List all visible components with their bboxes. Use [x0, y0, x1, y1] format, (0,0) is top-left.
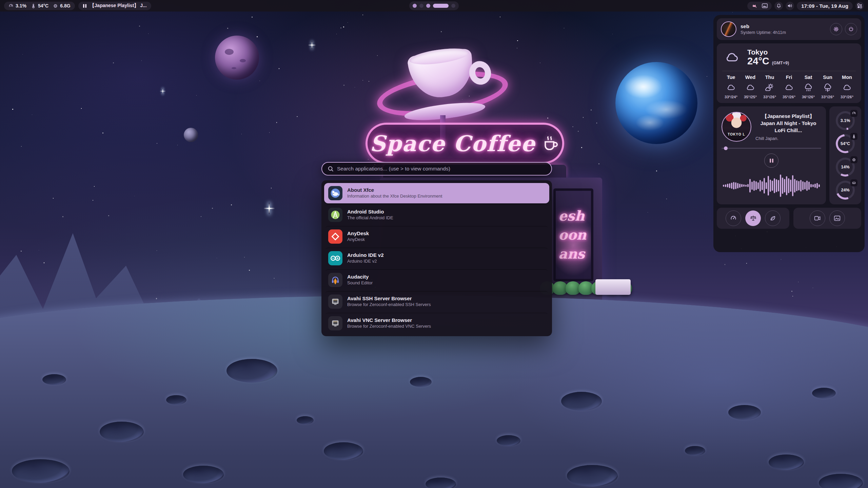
waveform-bar: [727, 184, 728, 187]
power-button[interactable]: [845, 23, 857, 35]
window-neon-text: ans: [558, 247, 591, 261]
storm-icon: [823, 82, 833, 93]
crater: [42, 374, 66, 385]
anydesk-app-icon: [328, 229, 342, 244]
forecast-day-thu: Thu33°/26°: [761, 75, 778, 99]
weather-timezone: (GMT+9): [772, 61, 789, 65]
app-desc: The official Android IDE: [347, 215, 393, 221]
dashboard-button[interactable]: [855, 2, 864, 10]
play-pause-button[interactable]: [764, 154, 778, 168]
crater: [812, 388, 836, 399]
notifications-button[interactable]: [774, 2, 783, 10]
now-playing-widget[interactable]: 【Japanese Playlist】 J...: [78, 2, 151, 10]
star: [666, 199, 667, 199]
star: [21, 251, 21, 251]
waveform-bar: [810, 184, 812, 187]
memory-stat: 6.8G: [53, 3, 70, 8]
cat-icon[interactable]: [751, 3, 757, 8]
app-list-item[interactable]: AudacitySound Editor: [324, 270, 549, 290]
workspace-dot-2[interactable]: [419, 4, 423, 8]
cloud-icon: [726, 82, 736, 93]
waveform-bar: [818, 184, 820, 187]
crater: [567, 465, 618, 487]
gear-icon: [833, 26, 839, 32]
workspace-dot-3[interactable]: [426, 4, 430, 8]
seek-bar[interactable]: [722, 146, 821, 150]
waveform-bar: [723, 185, 724, 187]
waveform-bar: [772, 181, 773, 191]
screen-record-button[interactable]: [810, 210, 825, 226]
forecast-day-fri: Fri35°/26°: [780, 75, 798, 99]
waveform-bar: [780, 175, 781, 197]
waveform-bar: [798, 181, 800, 190]
forecast-day-sun: Sun33°/26°: [819, 75, 836, 99]
clock-widget[interactable]: 17:09 - Tue, 19 Aug: [797, 2, 853, 10]
forecast-day-label: Wed: [745, 75, 755, 80]
search-bar[interactable]: [321, 162, 552, 176]
scales-icon: [750, 215, 757, 222]
waveform-bar: [731, 183, 732, 189]
waveform-bar: [804, 182, 806, 189]
app-list-item[interactable]: AnyDeskAnyDesk: [324, 226, 549, 247]
app-list-item[interactable]: About XfceInformation about the Xfce Des…: [324, 183, 549, 203]
capture-buttons-card: [793, 208, 861, 229]
powersave-mode-button[interactable]: [765, 210, 781, 226]
volume-button[interactable]: [786, 2, 794, 10]
cloud-icon: [784, 82, 794, 93]
waveform-bar: [816, 183, 818, 188]
balanced-mode-button[interactable]: [745, 210, 761, 226]
chip-icon: [53, 3, 58, 8]
crater: [497, 435, 520, 446]
bell-icon: [776, 3, 781, 8]
disk-icon: [850, 179, 857, 186]
star: [781, 259, 781, 260]
star: [441, 31, 441, 32]
waveform-bar: [766, 182, 767, 189]
star: [148, 34, 149, 34]
app-list-item[interactable]: Arduino IDE v2Arduino IDE v2: [324, 248, 549, 268]
pause-icon: [83, 4, 87, 8]
crater: [685, 446, 705, 455]
avatar: [721, 21, 736, 37]
workspace-dot-5[interactable]: [451, 4, 455, 8]
app-list-item[interactable]: Android StudioThe official Android IDE: [324, 205, 549, 225]
star: [231, 204, 232, 205]
seek-knob[interactable]: [724, 146, 728, 150]
weather-city: Tokyo: [747, 48, 789, 56]
star: [141, 60, 142, 61]
gauge-thermometer: 54°C: [836, 134, 855, 153]
small-moon: [184, 128, 198, 142]
username: seb: [741, 23, 786, 29]
settings-button[interactable]: [830, 23, 842, 35]
crater: [226, 359, 277, 383]
chip-icon: [850, 156, 857, 163]
search-input[interactable]: [337, 166, 546, 172]
forecast-temps: 35°/26°: [783, 95, 795, 99]
system-stats-widget[interactable]: 3.1% 54°C 6.8G: [4, 2, 75, 10]
desktop: Space Coffee esh oon ans 3.1%: [0, 0, 868, 488]
waveform-bar: [770, 180, 771, 192]
audio-visualizer: [722, 171, 821, 200]
arduino-app-icon: [328, 251, 342, 265]
app-name: Avahi VNC Server Browser: [347, 317, 431, 324]
cloud-icon: [842, 82, 852, 93]
app-name: About Xfce: [347, 187, 442, 194]
screenshot-button[interactable]: [829, 210, 845, 226]
forecast-row: Tue33°/24°Wed35°/25°Thu33°/26°Fri35°/26°…: [722, 75, 856, 99]
performance-mode-button[interactable]: [726, 210, 741, 226]
wallpaper-icon[interactable]: [762, 3, 768, 8]
star: [276, 122, 277, 123]
star: [21, 146, 22, 147]
forecast-temps: 33°/26°: [821, 95, 834, 99]
waveform-bar: [784, 179, 785, 192]
waveform-bar: [812, 184, 814, 187]
app-list-item[interactable]: Avahi VNC Server BrowserBrowse for Zeroc…: [324, 313, 549, 333]
weather-card: Tokyo 24°C (GMT+9) Tue33°/24°Wed35°/25°T…: [717, 43, 861, 103]
workspace-dot-1[interactable]: [413, 4, 417, 8]
gauge-chip: 14%: [836, 158, 855, 177]
waveform-bar: [800, 180, 802, 191]
image-icon: [834, 215, 841, 221]
app-list-item[interactable]: Avahi SSH Server BrowserBrowse for Zeroc…: [324, 291, 549, 312]
workspace-dot-4[interactable]: [433, 4, 449, 8]
waveform-bar: [725, 184, 726, 187]
